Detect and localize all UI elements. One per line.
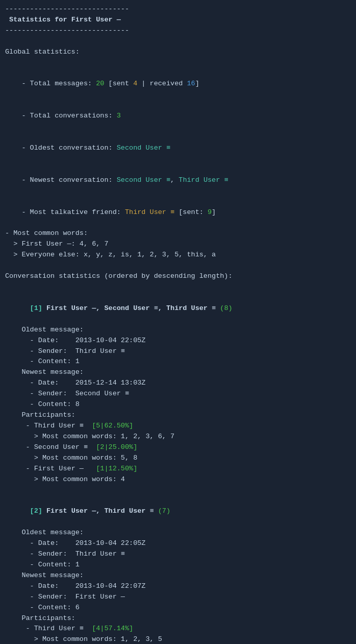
conv1-p3-words: > Most common words: 4: [5, 474, 351, 485]
common-words-label: - Most common words:: [5, 228, 351, 239]
stats-container: ------------------------------ Statistic…: [5, 4, 351, 644]
spacer1: [5, 36, 351, 47]
spacer3: [5, 260, 351, 271]
conv1-title: [1] First User —, Second User ≡, Third U…: [5, 293, 351, 325]
conv2-title: [2] First User —, Third User ≡ (7): [5, 495, 351, 528]
spacer4: [5, 282, 351, 293]
everyone-words: > Everyone else: x, y, z, is, 1, 2, 3, 5…: [5, 250, 351, 260]
conv1-newest-label: Newest message:: [5, 367, 351, 378]
page-title: Statistics for First User —: [5, 15, 351, 26]
total-conv-line: - Total conversations: 3: [5, 100, 351, 132]
conv2-p1: - Third User ≡ [4|57.14%]: [5, 624, 351, 634]
conv2-newest-date: - Date: 2013-10-04 22:07Z: [5, 581, 351, 592]
conv2-oldest-label: Oldest message:: [5, 528, 351, 538]
conv2-p1-words: > Most common words: 1, 2, 3, 5: [5, 634, 351, 644]
conv2-oldest-sender: - Sender: Third User ≡: [5, 549, 351, 560]
conversation-1: [1] First User —, Second User ≡, Third U…: [5, 293, 351, 485]
conv1-p1-words: > Most common words: 1, 2, 3, 6, 7: [5, 432, 351, 442]
spacer2: [5, 58, 351, 68]
conv2-newest-sender: - Sender: First User —: [5, 592, 351, 603]
conv1-oldest-content: - Content: 1: [5, 356, 351, 367]
conv1-newest-date: - Date: 2015-12-14 13:03Z: [5, 378, 351, 389]
separator-top: ------------------------------: [5, 4, 351, 15]
spacer5: [5, 485, 351, 495]
conv1-p2-words: > Most common words: 5, 8: [5, 453, 351, 464]
separator-bottom: ------------------------------: [5, 26, 351, 36]
talkative-line: - Most talkative friend: Third User ≡ [s…: [5, 197, 351, 229]
conv2-newest-label: Newest message:: [5, 570, 351, 581]
oldest-conv-line: - Oldest conversation: Second User ≡: [5, 132, 351, 164]
conv1-participants-label: Participants:: [5, 410, 351, 421]
conv1-oldest-date: - Date: 2013-10-04 22:05Z: [5, 336, 351, 346]
conv1-newest-content: - Content: 8: [5, 399, 351, 410]
total-messages-line: - Total messages: 20 [sent 4 | received …: [5, 68, 351, 101]
conv1-p2: - Second User ≡ [2|25.00%]: [5, 442, 351, 453]
conv1-oldest-sender: - Sender: Third User ≡: [5, 346, 351, 357]
conversation-2: [2] First User —, Third User ≡ (7) Oldes…: [5, 495, 351, 644]
newest-conv-line: - Newest conversation: Second User ≡, Th…: [5, 164, 351, 197]
conv2-newest-content: - Content: 6: [5, 603, 351, 613]
conv-stats-header: Conversation statistics (ordered by desc…: [5, 271, 351, 282]
conv1-p3: - First User — [1|12.50%]: [5, 464, 351, 474]
global-header: Global statistics:: [5, 47, 351, 58]
conv1-p1: - Third User ≡ [5|62.50%]: [5, 421, 351, 432]
first-user-words: > First User —: 4, 6, 7: [5, 239, 351, 250]
conv2-oldest-content: - Content: 1: [5, 560, 351, 570]
conv1-oldest-label: Oldest message:: [5, 325, 351, 336]
conv2-oldest-date: - Date: 2013-10-04 22:05Z: [5, 538, 351, 549]
conv1-newest-sender: - Sender: Second User ≡: [5, 389, 351, 399]
conv2-participants-label: Participants:: [5, 613, 351, 624]
